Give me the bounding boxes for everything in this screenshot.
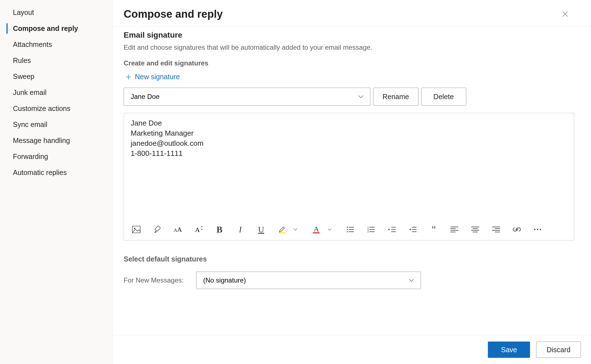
align-center-button[interactable] [470, 223, 481, 236]
highlight-dropdown[interactable] [290, 223, 301, 236]
svg-rect-19 [370, 231, 375, 232]
svg-point-40 [534, 229, 536, 230]
sidebar-item-attachments[interactable]: Attachments [0, 37, 112, 53]
content-area: Email signature Edit and choose signatur… [112, 27, 591, 335]
app-root: Layout Compose and reply Attachments Rul… [0, 0, 591, 364]
insert-image-button[interactable] [131, 223, 142, 236]
italic-icon: I [239, 225, 242, 234]
svg-text:3: 3 [367, 230, 369, 233]
create-edit-label: Create and edit signatures [124, 59, 580, 67]
svg-rect-20 [391, 227, 396, 228]
new-messages-select-wrap: (No signature) [196, 272, 421, 289]
sidebar-item-automatic-replies[interactable]: Automatic replies [0, 165, 112, 181]
sidebar-item-label: Junk email [13, 88, 47, 96]
plus-icon [125, 74, 132, 80]
decrease-indent-button[interactable] [386, 223, 398, 236]
signature-select-row: Jane Doe Rename Delete [124, 88, 580, 106]
align-center-icon [471, 226, 479, 233]
svg-rect-17 [370, 229, 375, 230]
footer-bar: Save Discard [112, 335, 591, 364]
font-size-icon: A [194, 226, 203, 233]
underline-button[interactable]: U [255, 223, 267, 236]
new-messages-select[interactable]: (No signature) [196, 272, 421, 289]
close-button[interactable] [559, 8, 571, 20]
align-right-icon [492, 226, 500, 233]
bullet-list-icon [347, 226, 354, 233]
close-icon [562, 11, 569, 17]
signature-line: Jane Doe [131, 118, 567, 128]
highlight-button[interactable] [276, 223, 287, 236]
quote-button[interactable]: ” [428, 223, 439, 236]
insert-link-button[interactable] [511, 223, 522, 236]
font-button[interactable]: AA [172, 223, 184, 236]
discard-button[interactable]: Discard [536, 342, 581, 358]
svg-point-8 [347, 227, 348, 228]
sidebar-item-sweep[interactable]: Sweep [0, 69, 112, 85]
sidebar-item-label: Compose and reply [13, 24, 78, 32]
sidebar-item-junk-email[interactable]: Junk email [0, 85, 112, 101]
settings-sidebar: Layout Compose and reply Attachments Rul… [0, 0, 112, 364]
default-signatures-title: Select default signatures [124, 255, 580, 263]
svg-text:A: A [314, 225, 319, 233]
sidebar-item-compose-reply[interactable]: Compose and reply [0, 21, 112, 37]
signature-editor-content[interactable]: Jane Doe Marketing Manager janedoe@outlo… [124, 113, 574, 220]
ellipsis-icon [534, 228, 542, 231]
sidebar-item-rules[interactable]: Rules [0, 53, 112, 69]
new-signature-button[interactable]: New signature [125, 71, 180, 83]
sidebar-item-message-handling[interactable]: Message handling [0, 133, 112, 149]
signature-editor: Jane Doe Marketing Manager janedoe@outlo… [124, 113, 574, 240]
main-header: Compose and reply [112, 0, 591, 27]
svg-rect-27 [450, 228, 456, 229]
align-left-button[interactable] [449, 223, 460, 236]
paint-brush-icon [153, 225, 161, 234]
sidebar-item-label: Sweep [13, 72, 34, 80]
email-signature-title: Email signature [124, 31, 580, 40]
default-signatures-section: Select default signatures For New Messag… [124, 255, 580, 289]
svg-point-42 [540, 229, 541, 230]
svg-rect-25 [412, 231, 416, 232]
svg-rect-26 [450, 227, 458, 227]
font-color-dropdown[interactable] [324, 223, 335, 236]
save-button[interactable]: Save [488, 342, 530, 358]
sidebar-item-label: Rules [13, 56, 31, 64]
main-panel: Compose and reply Email signature Edit a… [112, 0, 591, 364]
sidebar-item-layout[interactable]: Layout [0, 4, 112, 21]
bullet-list-button[interactable] [345, 223, 356, 236]
format-painter-button[interactable] [151, 223, 163, 236]
svg-rect-33 [473, 232, 478, 232]
new-messages-select-value: (No signature) [203, 276, 246, 284]
numbered-list-button[interactable]: 123 [366, 223, 377, 236]
sidebar-item-label: Message handling [13, 136, 70, 144]
signature-select[interactable]: Jane Doe [124, 88, 370, 106]
font-icon: AA [174, 226, 182, 233]
font-color-button[interactable]: A [311, 223, 322, 236]
svg-rect-5 [279, 232, 286, 233]
sidebar-item-sync-email[interactable]: Sync email [0, 117, 112, 133]
font-size-button[interactable]: A [193, 223, 204, 236]
svg-point-41 [537, 229, 538, 230]
outdent-icon [388, 226, 396, 233]
delete-button[interactable]: Delete [421, 88, 466, 106]
svg-rect-30 [471, 227, 479, 227]
link-icon [513, 227, 521, 232]
sidebar-item-customize-actions[interactable]: Customize actions [0, 101, 112, 117]
more-options-button[interactable] [532, 223, 543, 236]
svg-rect-22 [391, 231, 396, 232]
svg-rect-11 [349, 229, 354, 230]
svg-text:A: A [177, 226, 182, 233]
rename-button[interactable]: Rename [373, 88, 418, 106]
numbered-list-icon: 123 [367, 226, 375, 233]
sidebar-item-forwarding[interactable]: Forwarding [0, 149, 112, 165]
svg-rect-32 [471, 230, 479, 231]
sidebar-item-label: Automatic replies [13, 169, 67, 176]
bold-button[interactable]: B [214, 223, 225, 236]
increase-indent-button[interactable] [407, 223, 418, 236]
align-right-button[interactable] [490, 223, 502, 236]
svg-rect-29 [450, 232, 456, 232]
svg-rect-9 [349, 227, 354, 228]
italic-button[interactable]: I [235, 223, 246, 236]
sidebar-item-label: Sync email [13, 120, 47, 128]
underline-icon: U [258, 225, 264, 234]
signature-line: janedoe@outlook.com [131, 138, 567, 149]
sidebar-item-label: Customize actions [13, 104, 70, 112]
